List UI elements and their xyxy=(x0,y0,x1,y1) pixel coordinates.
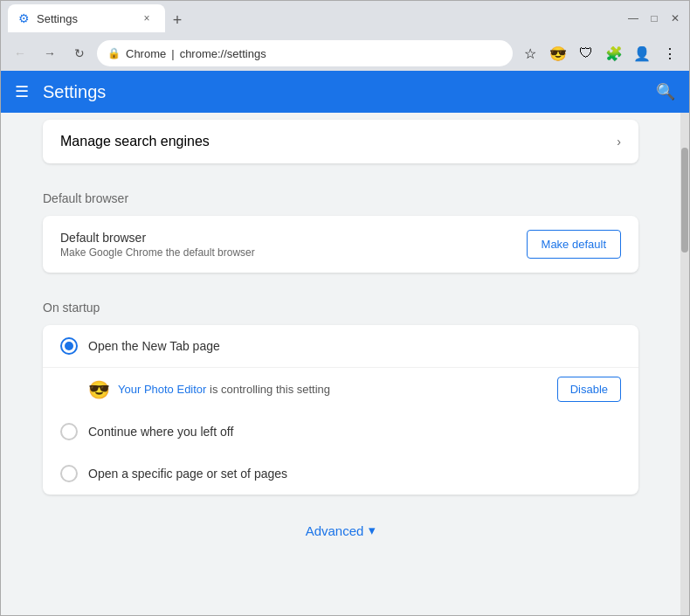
back-button[interactable]: ← xyxy=(8,41,32,66)
window-controls: — □ ✕ xyxy=(626,11,682,25)
tab-bar: ⚙ Settings × + xyxy=(8,4,623,32)
manage-search-engines-arrow-icon: › xyxy=(617,135,621,149)
radio-specific-page[interactable] xyxy=(60,465,78,482)
extension-notice: 😎 Your Photo Editor is controlling this … xyxy=(43,367,638,411)
extension-link[interactable]: Your Photo Editor xyxy=(118,383,206,396)
content-area: Manage search engines › Default browser … xyxy=(1,113,689,615)
advanced-button[interactable]: Advanced ▾ xyxy=(292,516,390,545)
omnibox[interactable]: 🔒 Chrome | chrome://settings xyxy=(97,40,513,66)
startup-option-new-tab-label: Open the New Tab page xyxy=(88,339,220,353)
forward-button[interactable]: → xyxy=(38,41,62,66)
manage-search-engines-label: Manage search engines xyxy=(60,134,617,149)
title-bar: ⚙ Settings × + — □ ✕ xyxy=(1,1,689,36)
tab-title: Settings xyxy=(37,12,78,25)
settings-page-title: Settings xyxy=(43,82,642,102)
startup-card: Open the New Tab page 😎 Your Photo Edito… xyxy=(43,325,638,495)
extension-emoji-icon: 😎 xyxy=(88,379,109,400)
default-browser-label: Default browser xyxy=(60,231,527,245)
extension-emoji-icon[interactable]: 😎 xyxy=(546,41,570,66)
radio-new-tab-inner xyxy=(65,342,73,350)
browser-menu-button[interactable]: ⋮ xyxy=(658,41,682,66)
refresh-button[interactable]: ↻ xyxy=(67,41,92,66)
advanced-label: Advanced xyxy=(306,523,364,538)
content-wrapper: Manage search engines › Default browser … xyxy=(1,113,680,615)
omnibox-url: chrome://settings xyxy=(180,47,266,60)
close-window-button[interactable]: ✕ xyxy=(668,11,682,25)
radio-new-tab[interactable] xyxy=(60,337,78,355)
puzzle-icon[interactable]: 🧩 xyxy=(602,41,626,66)
settings-page: ☰ Settings 🔍 Manage search engines › xyxy=(1,71,689,615)
make-default-button[interactable]: Make default xyxy=(527,230,621,259)
advanced-section: Advanced ▾ xyxy=(1,495,680,566)
settings-search-button[interactable]: 🔍 xyxy=(656,82,675,101)
maximize-button[interactable]: □ xyxy=(647,11,661,25)
startup-option-specific-page-label: Open a specific page or set of pages xyxy=(88,467,287,481)
bookmark-button[interactable]: ☆ xyxy=(518,41,542,66)
startup-option-new-tab[interactable]: Open the New Tab page xyxy=(43,325,638,367)
default-browser-card: Default browser Make Google Chrome the d… xyxy=(43,216,638,273)
address-bar: ← → ↻ 🔒 Chrome | chrome://settings ☆ 😎 🛡… xyxy=(1,36,689,71)
search-engines-section: Manage search engines › xyxy=(1,113,680,163)
startup-option-continue-label: Continue where you left off xyxy=(88,425,233,439)
radio-continue[interactable] xyxy=(60,423,78,440)
on-startup-section-title: On startup xyxy=(43,294,638,315)
browser-window: ⚙ Settings × + — □ ✕ ← → ↻ 🔒 Chrome | ch… xyxy=(0,0,690,616)
disable-extension-button[interactable]: Disable xyxy=(557,377,621,402)
site-security-icon: 🔒 xyxy=(107,47,121,59)
omnibox-separator: | xyxy=(171,47,174,60)
shield-icon[interactable]: 🛡 xyxy=(574,41,598,66)
default-browser-section-title: Default browser xyxy=(43,184,638,205)
advanced-chevron-icon: ▾ xyxy=(369,523,376,538)
startup-option-specific-page[interactable]: Open a specific page or set of pages xyxy=(43,453,638,495)
default-browser-info: Default browser Make Google Chrome the d… xyxy=(60,231,527,259)
default-browser-subtitle: Make Google Chrome the default browser xyxy=(60,246,527,259)
tab-favicon-icon: ⚙ xyxy=(18,11,30,25)
minimize-button[interactable]: — xyxy=(626,11,640,25)
extension-text-after: is controlling this setting xyxy=(206,383,330,396)
new-tab-button[interactable]: + xyxy=(165,8,190,32)
scrollbar-thumb[interactable] xyxy=(681,148,688,253)
settings-tab[interactable]: ⚙ Settings × xyxy=(8,4,165,32)
startup-option-continue[interactable]: Continue where you left off xyxy=(43,411,638,453)
scrollbar-track[interactable] xyxy=(680,113,689,615)
on-startup-section: On startup Open the New Tab page 😎 xyxy=(1,273,680,495)
account-icon[interactable]: 👤 xyxy=(630,41,654,66)
toolbar-icons: ☆ 😎 🛡 🧩 👤 ⋮ xyxy=(518,41,682,66)
extension-text: Your Photo Editor is controlling this se… xyxy=(118,383,549,396)
manage-search-engines-row[interactable]: Manage search engines › xyxy=(43,120,638,163)
omnibox-site-name: Chrome xyxy=(126,47,166,60)
default-browser-section: Default browser Default browser Make Goo… xyxy=(1,163,680,273)
manage-search-engines-card: Manage search engines › xyxy=(43,120,638,163)
settings-header: ☰ Settings 🔍 xyxy=(1,71,689,113)
hamburger-menu-icon[interactable]: ☰ xyxy=(15,82,29,101)
tab-close-button[interactable]: × xyxy=(139,10,155,26)
